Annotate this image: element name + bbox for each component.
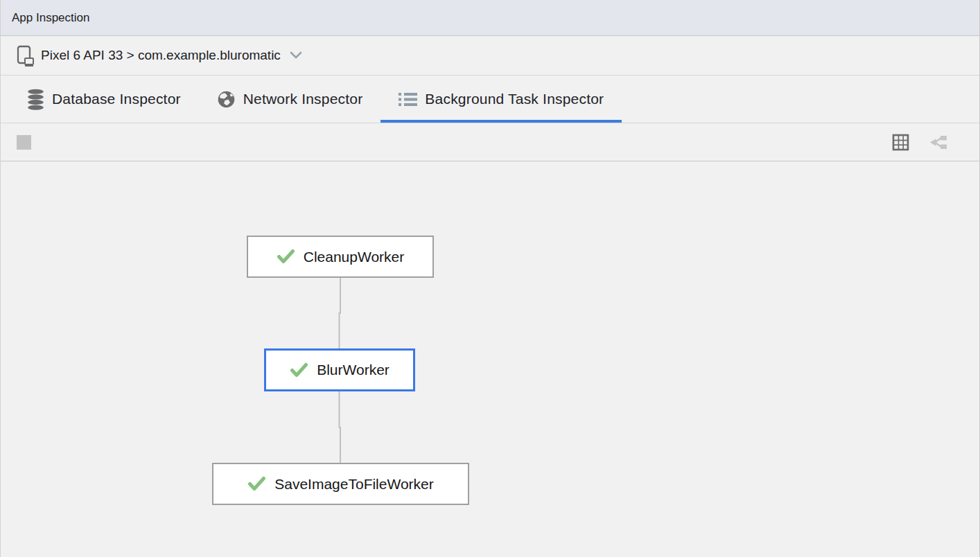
device-process-label: Pixel 6 API 33 > com.example.bluromatic [41, 48, 281, 63]
graph-edges [1, 161, 979, 557]
table-view-icon [892, 134, 909, 151]
success-check-icon [247, 476, 266, 492]
device-process-selector[interactable]: Pixel 6 API 33 > com.example.bluromatic [1, 36, 979, 76]
tab-label: Background Task Inspector [425, 91, 604, 107]
page-title: App Inspection [12, 11, 89, 25]
graph-view-button[interactable] [928, 132, 947, 152]
worker-node-label: BlurWorker [317, 362, 390, 378]
inspector-toolbar [1, 123, 979, 161]
database-icon [27, 89, 44, 110]
tab-label: Database Inspector [52, 91, 181, 107]
globe-icon [217, 90, 236, 109]
table-view-button[interactable] [891, 132, 910, 152]
stop-square-icon[interactable] [17, 135, 31, 150]
success-check-icon [277, 249, 295, 265]
work-graph-canvas: CleanupWorker BlurWorker SaveImageToFile… [1, 161, 979, 557]
tab-background-task-inspector[interactable]: Background Task Inspector [380, 76, 622, 123]
device-phone-icon [16, 45, 35, 67]
worker-node-blurworker[interactable]: BlurWorker [264, 348, 415, 391]
tab-label: Network Inspector [243, 91, 363, 107]
inspector-tabs: Database Inspector Network Inspector [1, 76, 979, 123]
app-inspection-panel: App Inspection Pixel 6 API 33 > com.exam… [0, 0, 980, 557]
success-check-icon [290, 362, 308, 378]
worker-node-label: SaveImageToFileWorker [274, 476, 434, 493]
worker-node-cleanupworker[interactable]: CleanupWorker [247, 236, 434, 278]
worker-node-label: CleanupWorker [304, 249, 405, 265]
tab-database-inspector[interactable]: Database Inspector [9, 76, 199, 123]
chevron-down-icon [288, 50, 304, 61]
worker-node-saveimagetofileworker[interactable]: SaveImageToFileWorker [212, 463, 469, 505]
graph-view-icon [929, 134, 947, 151]
panel-header: App Inspection [1, 0, 979, 36]
tab-network-inspector[interactable]: Network Inspector [199, 76, 381, 123]
list-icon [399, 91, 417, 107]
